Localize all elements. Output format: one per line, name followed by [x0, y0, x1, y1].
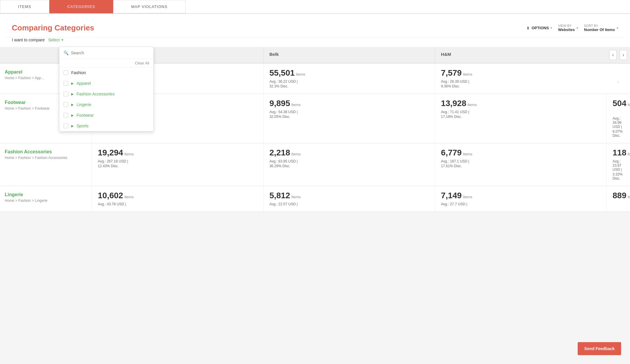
lingerie-col2-cell: 5,812 Items Avg.: 22.57 USD | — [263, 186, 435, 212]
dropdown-item-sports[interactable]: ▶ Sports — [59, 121, 153, 131]
clear-all-button[interactable]: Clear All — [59, 59, 153, 67]
sort-by-label: SORT BY — [584, 24, 615, 27]
apparel-breadcrumb: Home > Fashion > App... — [5, 76, 44, 80]
column-nav: ‹ › — [606, 47, 630, 63]
parent-item-label: Fashion — [71, 70, 86, 75]
options-label: OPTIONS — [532, 26, 549, 30]
fashion-acc-cell: Fashion Accessories Home > Fashion > Fas… — [0, 143, 72, 186]
footwear-breadcrumb: Home > Fashion > Footwear — [5, 106, 50, 110]
options-control[interactable]: ⬇ OPTIONS ▾ — [526, 26, 552, 30]
lingerie-breadcrumb: Home > Fashion > Lingerie — [5, 199, 48, 203]
lingerie-col4-label: Items — [628, 195, 630, 199]
lingerie-col2-count: 5,812 — [269, 191, 290, 200]
footwear-asos-count: 9,895 — [269, 99, 290, 108]
fashion-acc-col4-disc: 3.32% Disc. — [613, 172, 624, 181]
footwear-chevron-icon: ▶ — [71, 113, 74, 117]
sort-by-chevron-icon: ▾ — [617, 26, 618, 30]
apparel-cell: Apparel Home > Fashion > App... — [0, 64, 49, 94]
fashion-acc-col3-count: 6,779 — [441, 148, 462, 157]
tab-categories[interactable]: CATEGORIES — [49, 0, 113, 13]
lingerie-chevron-icon: ▶ — [71, 103, 74, 107]
tab-map-violations[interactable]: MAP VIOLATIONS — [113, 0, 186, 13]
header-section: Comparing Categories ⬇ OPTIONS ▾ VIEW BY… — [0, 14, 630, 47]
sort-by-value: Number Of Items — [584, 27, 615, 32]
footwear-belk-disc: 17.18% Disc. — [441, 115, 600, 119]
col-header-hm: H&M — [435, 47, 606, 63]
search-icon: 🔍 — [64, 51, 69, 55]
dropdown-parent-item[interactable]: Fashion — [59, 67, 153, 78]
fashion-acc-col2-cell: 2,218 Items Avg.: 63.95 USD | 36.29% Dis… — [263, 143, 435, 186]
lingerie-col4-cell: 889 Items — [606, 186, 630, 212]
sort-by-control[interactable]: SORT BY Number Of Items ▾ — [584, 24, 618, 32]
options-chevron-icon: ▾ — [551, 26, 552, 30]
table-row: Fashion Accessories Home > Fashion > Fas… — [0, 143, 630, 186]
fashion-acc-chevron-icon: ▶ — [71, 92, 74, 96]
fashion-acc-name-area: Fashion Accessories Home > Fashion > Fas… — [0, 143, 92, 186]
footwear-asos-cell: 9,895 Items Avg.: 54.38 USD | 32.05% Dis… — [263, 94, 435, 143]
lingerie-col3-avg: Avg.: 27.7 USD | — [441, 202, 600, 206]
footwear-asos-label: Items — [291, 103, 301, 107]
dropdown-item-fashion-accessories[interactable]: ▶ Fashion Accessories — [59, 89, 153, 99]
view-by-control[interactable]: VIEW BY Websites ▾ — [558, 24, 578, 32]
view-by-label: VIEW BY — [558, 24, 575, 27]
compare-row: I want to compare Select ▾ — [6, 38, 624, 47]
fashion-acc-col4-cell: 118 Items Avg.: 23.87 USD | 3.32% Disc. — [606, 143, 630, 186]
footwear-belk-cell: 13,928 Items Avg.: 71.41 USD | 17.18% Di… — [435, 94, 606, 143]
lingerie-col1-count: 10,602 — [98, 191, 123, 200]
view-by-chevron-icon: ▾ — [577, 26, 578, 30]
footwear-name[interactable]: Footwear — [5, 100, 50, 105]
lingerie-name[interactable]: Lingerie — [5, 192, 48, 197]
sports-checkbox[interactable] — [64, 124, 68, 128]
apparel-checkbox[interactable] — [64, 81, 68, 86]
fashion-acc-col1-cell: 19,294 Items Avg.: 267.18 USD | 12.43% D… — [92, 143, 263, 186]
lingerie-col3-label: Items — [463, 195, 472, 199]
fashion-acc-col1-disc: 12.43% Disc. — [98, 164, 257, 168]
fashion-acc-col1-count: 19,294 — [98, 148, 123, 157]
view-by-value: Websites — [558, 27, 575, 32]
fashion-acc-col4-label: Items — [628, 152, 630, 156]
fashion-acc-breadcrumb: Home > Fashion > Fashion Accessories — [5, 156, 67, 160]
apparel-hm-count: 7,579 — [441, 68, 462, 78]
footwear-cell: Footwear Home > Fashion > Footwear — [0, 94, 54, 143]
apparel-expand-button[interactable]: › — [606, 64, 630, 94]
table-row: Lingerie Home > Fashion > Lingerie 10,60… — [0, 186, 630, 212]
apparel-belk-label: Items — [296, 72, 305, 77]
dropdown-item-footwear[interactable]: ▶ Footwear — [59, 110, 153, 121]
lingerie-col3-count: 7,149 — [441, 191, 462, 200]
footwear-hm-disc: 6.07% Disc. — [613, 129, 624, 138]
fashion-acc-name[interactable]: Fashion Accessories — [5, 149, 67, 155]
fashion-acc-col1-avg: Avg.: 267.18 USD | — [98, 159, 257, 163]
sports-label: Sports — [77, 124, 88, 128]
footwear-checkbox[interactable] — [64, 113, 68, 118]
next-column-button[interactable]: › — [620, 50, 627, 60]
lingerie-col4-count: 889 — [613, 191, 626, 200]
footwear-asos-avg: Avg.: 54.38 USD | — [269, 110, 429, 114]
apparel-chevron-icon: ▶ — [71, 82, 74, 85]
fashion-acc-col2-disc: 36.29% Disc. — [269, 164, 429, 168]
apparel-hm-disc: 9.36% Disc. — [441, 84, 600, 88]
lingerie-col3-cell: 7,149 Items Avg.: 27.7 USD | — [435, 186, 606, 212]
tab-items[interactable]: ITEMS — [0, 0, 49, 13]
parent-checkbox[interactable] — [64, 70, 68, 75]
footwear-hm-label: Items — [628, 103, 630, 107]
apparel-belk-count: 55,501 — [269, 68, 295, 78]
prev-column-button[interactable]: ‹ — [609, 50, 617, 60]
dropdown-search-row: 🔍 — [59, 47, 153, 59]
select-arrow-icon: ▾ — [61, 38, 63, 42]
dropdown-item-lingerie[interactable]: ▶ Lingerie — [59, 99, 153, 110]
search-input[interactable] — [71, 51, 149, 55]
footwear-label: Footwear — [77, 113, 94, 118]
lingerie-checkbox[interactable] — [64, 102, 68, 107]
footwear-hm-cell: 504 Items All Matches OOS, 0 Avg.: 34.99… — [606, 94, 630, 143]
dropdown-item-apparel[interactable]: ▶ Apparel — [59, 78, 153, 89]
select-button[interactable]: Select ▾ — [48, 38, 63, 42]
fashion-accessories-label: Fashion Accessories — [77, 92, 114, 96]
fashion-acc-col4-avg: Avg.: 23.87 USD | — [613, 159, 624, 172]
apparel-belk-avg: Avg.: 36.22 USD | — [269, 79, 429, 84]
fashion-acc-col3-disc: 17.61% Disc. — [441, 164, 600, 168]
fashion-accessories-checkbox[interactable] — [64, 92, 68, 96]
apparel-name[interactable]: Apparel — [5, 69, 44, 75]
footwear-belk-count: 13,928 — [441, 99, 466, 108]
apparel-hm-label: Items — [463, 72, 472, 77]
fashion-acc-col1-label: Items — [124, 152, 134, 156]
